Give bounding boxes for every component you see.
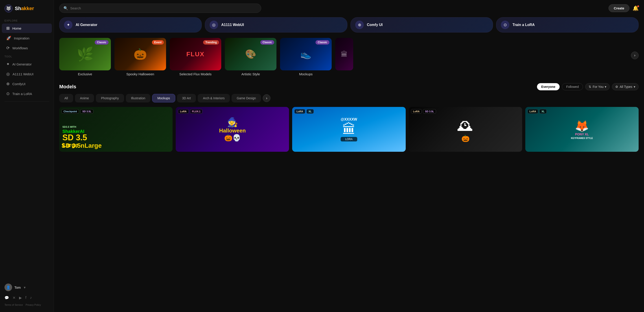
featured-card-exclusive[interactable]: 🌿 Classic Exclusive	[59, 38, 111, 76]
sidebar-item-ai-generator[interactable]: ✦ AI Generator	[2, 59, 52, 69]
svg-text:🐺: 🐺	[6, 6, 11, 11]
tool-card-a1111[interactable]: ◎ A1111 WebUI	[205, 17, 347, 32]
filter-for-you[interactable]: ⇅ For You ▾	[585, 83, 610, 90]
sidebar-item-comfyui[interactable]: ⊕ ComfyUI	[2, 79, 52, 88]
tag-lora-h: LoRA	[178, 109, 188, 114]
featured-label-exclusive: Exclusive	[59, 72, 111, 76]
tool-card-ai-generator[interactable]: ✦ AI Generator	[59, 17, 202, 32]
featured-row: 🌿 Classic Exclusive 🎃 Event Spooky Hallo…	[59, 38, 638, 76]
featured-card-arch[interactable]: 🏛	[335, 38, 353, 76]
model-card-clock[interactable]: 🕰 🎃 LoRA SD 3.5L	[409, 107, 522, 152]
model-card-halloween[interactable]: 🧙 Halloween 🎃💀 LoRA FLUX.1	[176, 107, 289, 152]
featured-label-flux: Selected Flux Models	[170, 72, 221, 76]
sidebar-item-a1111[interactable]: ◎ A1111 WebUI	[2, 69, 52, 79]
sort-icon: ⇅	[588, 85, 591, 88]
sidebar-item-train-lora[interactable]: ⊙ Train a LoRA	[2, 89, 52, 98]
header-right: Create 🔔	[608, 4, 638, 12]
featured-label-halloween: Spooky Halloween	[114, 72, 166, 76]
notification-button[interactable]: 🔔	[632, 5, 638, 11]
tag-lora-c: LoRA	[411, 109, 422, 114]
model-img-wool: @XXXXW 🏛 LORA	[292, 107, 406, 152]
featured-card-halloween[interactable]: 🎃 Event Spooky Halloween	[114, 38, 166, 76]
x-icon[interactable]: ✕	[12, 296, 16, 300]
cat-tab-illustration[interactable]: Illustration	[126, 94, 150, 102]
featured-badge-mockups: Classic	[316, 40, 330, 45]
create-button[interactable]: Create	[608, 4, 630, 12]
facebook-icon[interactable]: f	[25, 296, 26, 300]
filter-icon: ⚙	[615, 85, 618, 88]
comfyui-icon: ⊕	[6, 81, 10, 86]
ai-generator-card-icon: ✦	[64, 21, 72, 29]
featured-card-flux[interactable]: FLUX Trending Selected Flux Models	[170, 38, 221, 76]
model-cards: SD3.5 WITH ShakkerAI SD 3.5 Large Checkp…	[59, 107, 638, 152]
chevron-down-icon: ▾	[24, 285, 26, 290]
cat-tab-arch[interactable]: Arch & Interiors	[198, 94, 230, 102]
sidebar-item-inspiration[interactable]: 🚀 Inspiration	[2, 33, 52, 43]
tool-section-label: Tool	[0, 53, 54, 59]
search-input[interactable]	[70, 6, 257, 10]
train-lora-icon: ⊙	[6, 91, 10, 96]
featured-card-mockups[interactable]: 👟 Classic Mockups	[280, 38, 332, 76]
user-name: Tom	[14, 286, 21, 289]
search-bar[interactable]: 🔍	[59, 3, 261, 13]
category-scroll-btn[interactable]: ›	[263, 94, 270, 102]
model-tags-clock: LoRA SD 3.5L	[411, 109, 436, 114]
ai-generator-card-label: AI Generator	[76, 23, 98, 27]
models-header: Models Everyone Followed ⇅ For You ▾ ⚙ A…	[59, 83, 638, 90]
user-menu[interactable]: 👤 Tom ▾	[4, 281, 49, 294]
cat-tab-mockups[interactable]: Mockups	[152, 94, 175, 102]
a1111-icon: ◎	[6, 71, 10, 76]
header: 🔍 Create 🔔	[59, 3, 638, 13]
tag-lora-w: LoRA	[294, 109, 305, 114]
category-tabs: All Anime Photography Illustration Mocku…	[59, 94, 638, 102]
tool-card-train-lora[interactable]: ⊙ Train a LoRA	[496, 17, 638, 32]
sidebar-bottom: 👤 Tom ▾ 💬 ✕ ▶ f ♪ Terms of Service Priva…	[0, 281, 54, 308]
cat-tab-anime[interactable]: Anime	[75, 94, 94, 102]
comfy-card-label: Comfy UI	[367, 23, 382, 27]
notification-dot	[637, 5, 639, 7]
a1111-card-icon: ◎	[210, 21, 218, 29]
filter-followed[interactable]: Followed	[562, 83, 583, 90]
model-card-wool[interactable]: @XXXXW 🏛 LORA LoRA XL	[292, 107, 406, 152]
cat-tab-3dart[interactable]: 3D Art	[177, 94, 196, 102]
a1111-card-label: A1111 WebUI	[221, 23, 244, 27]
model-card-shakkerai[interactable]: SD3.5 WITH ShakkerAI SD 3.5 Large Checkp…	[59, 107, 172, 152]
model-img-pony: 🦊 PONY XL KEYFRAMES STYLE	[525, 107, 638, 152]
models-title: Models	[59, 84, 76, 90]
workflows-icon: ⟳	[6, 45, 10, 50]
featured-card-artistic[interactable]: 🎨 Classic Artistic Style	[225, 38, 276, 76]
home-icon: ⊞	[6, 26, 10, 31]
sidebar-item-home[interactable]: ⊞ Home	[2, 23, 52, 33]
cat-tab-gamedesign[interactable]: Game Design	[232, 94, 261, 102]
cat-tab-all[interactable]: All	[59, 94, 73, 102]
featured-img-arch: 🏛	[335, 38, 353, 70]
chevron-down-icon-2: ▾	[634, 85, 635, 88]
featured-badge-artistic: Classic	[260, 40, 274, 45]
model-card-pony[interactable]: 🦊 PONY XL KEYFRAMES STYLE LoRA XL	[525, 107, 638, 152]
chevron-down-icon: ▾	[605, 85, 606, 88]
sidebar-logo: 🐺 Shakker	[0, 4, 54, 17]
tiktok-icon[interactable]: ♪	[30, 296, 32, 300]
cat-tab-photography[interactable]: Photography	[96, 94, 124, 102]
youtube-icon[interactable]: ▶	[19, 296, 22, 300]
privacy-link[interactable]: Privacy Policy	[26, 304, 41, 306]
terms-link[interactable]: Terms of Service	[4, 304, 23, 306]
featured-scroll-btn[interactable]: ›	[631, 51, 638, 59]
social-links: 💬 ✕ ▶ f ♪	[4, 294, 49, 302]
tool-card-comfy[interactable]: ⊕ Comfy UI	[350, 17, 493, 32]
featured-badge-halloween: Event	[152, 40, 164, 45]
featured-label-artistic: Artistic Style	[225, 72, 276, 76]
discord-icon[interactable]: 💬	[4, 296, 9, 300]
avatar: 👤	[4, 284, 12, 291]
inspiration-icon: 🚀	[6, 36, 11, 40]
model-img-shakkerai: SD3.5 WITH ShakkerAI SD 3.5 Large	[59, 107, 172, 152]
ai-generator-icon: ✦	[6, 62, 10, 66]
featured-label-mockups: Mockups	[280, 72, 332, 76]
model-tags-pony: LoRA XL	[528, 109, 546, 114]
sidebar-item-workflows[interactable]: ⟳ Workflows	[2, 43, 52, 53]
filter-all-types[interactable]: ⚙ All Types ▾	[612, 83, 638, 90]
filter-everyone[interactable]: Everyone	[537, 83, 560, 90]
tag-sd35l-c: SD 3.5L	[423, 109, 436, 114]
app-logo-icon: 🐺	[4, 4, 12, 12]
train-lora-card-icon: ⊙	[501, 21, 509, 29]
